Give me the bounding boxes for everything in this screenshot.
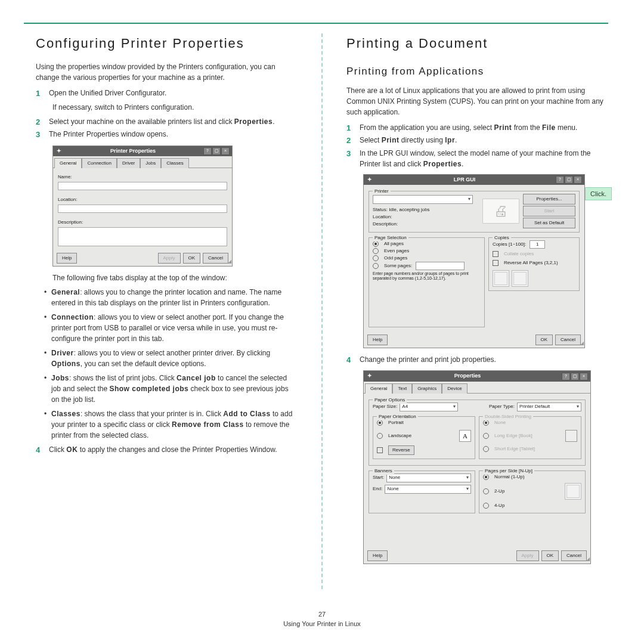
help-button[interactable]: Help bbox=[367, 550, 388, 561]
help-button[interactable]: Help bbox=[57, 253, 77, 264]
t: Driver bbox=[51, 349, 74, 357]
description-label: Description: bbox=[58, 219, 227, 226]
dialog-body: Name: Location: Description: bbox=[53, 168, 232, 250]
maximize-icon[interactable]: ▢ bbox=[571, 373, 579, 380]
tabs-intro: The following five tabs display at the t… bbox=[52, 273, 298, 283]
bullet-general: •General: allows you to change the print… bbox=[44, 287, 298, 308]
t: Collate copies bbox=[504, 250, 534, 258]
radio-all[interactable] bbox=[373, 241, 379, 247]
some-pages-input[interactable] bbox=[416, 262, 465, 270]
some-pages-hint: Enter page numbers and/or groups of page… bbox=[373, 271, 481, 281]
collate-checkbox[interactable] bbox=[493, 251, 499, 257]
radio-2up[interactable] bbox=[483, 488, 489, 494]
tab-device[interactable]: Device bbox=[442, 383, 467, 394]
orientation-preview-icon: A bbox=[459, 430, 471, 442]
column-divider bbox=[321, 33, 323, 589]
bullet-connection: •Connection: allows you to view or selec… bbox=[44, 312, 298, 344]
radio-even[interactable] bbox=[373, 248, 379, 254]
radio-dsp-none[interactable] bbox=[483, 420, 489, 426]
reverse-checkbox[interactable] bbox=[493, 260, 499, 266]
dialog-footer: Help Apply OK Cancel bbox=[53, 250, 232, 266]
close-icon[interactable]: × bbox=[574, 176, 582, 184]
radio-odd[interactable] bbox=[373, 255, 379, 261]
step-1: 1 Open the Unified Driver Configurator. bbox=[36, 88, 298, 100]
tab-classes[interactable]: Classes bbox=[161, 158, 188, 168]
close-icon[interactable]: × bbox=[221, 147, 230, 155]
tab-driver[interactable]: Driver bbox=[117, 158, 140, 168]
paper-size-label: Paper Size: bbox=[373, 403, 397, 410]
t: OK bbox=[66, 445, 78, 454]
t: : shows the list of print jobs. Click bbox=[69, 374, 177, 382]
printer-select[interactable]: ▾ bbox=[373, 195, 473, 204]
copies-group: Copies Copies [1~100]:1 Collate copies R… bbox=[488, 237, 580, 291]
rstep-1: 1 From the application you are using, se… bbox=[346, 122, 608, 134]
legend: Printer bbox=[373, 188, 391, 195]
cancel-button[interactable]: Cancel bbox=[203, 253, 228, 264]
radio-dsp-long[interactable] bbox=[483, 433, 489, 439]
ok-button[interactable]: OK bbox=[541, 550, 559, 561]
apply-button[interactable]: Apply bbox=[516, 550, 539, 561]
close-icon[interactable]: × bbox=[580, 373, 588, 380]
description-input[interactable] bbox=[58, 227, 227, 246]
dialog-body: Printer ▾ Status: Idle, accepting jobs L… bbox=[364, 185, 584, 332]
banner-end-select[interactable]: None▾ bbox=[385, 485, 471, 494]
help-button[interactable]: Help bbox=[367, 335, 388, 345]
radio-portrait[interactable] bbox=[377, 420, 383, 426]
printer-icon: 🖨 bbox=[482, 199, 519, 224]
legend: Copies bbox=[493, 234, 511, 242]
legend: Paper Orientation bbox=[377, 413, 418, 420]
copies-input[interactable]: 1 bbox=[530, 240, 545, 249]
t: Add to Class bbox=[223, 410, 270, 418]
tab-graphics[interactable]: Graphics bbox=[412, 383, 442, 394]
help-icon[interactable]: ? bbox=[556, 176, 564, 184]
cancel-button[interactable]: Cancel bbox=[555, 335, 581, 345]
rstep-4: 4 Change the printer and print job prope… bbox=[346, 354, 608, 366]
step-number: 4 bbox=[36, 444, 43, 456]
radio-4up[interactable] bbox=[483, 503, 489, 509]
t: from the bbox=[512, 123, 542, 132]
click-callout: Click. bbox=[585, 187, 612, 201]
maximize-icon[interactable]: ▢ bbox=[212, 147, 221, 155]
paper-size-select[interactable]: A4▾ bbox=[400, 402, 458, 411]
reverse-button[interactable]: Reverse bbox=[388, 445, 414, 455]
apply-button[interactable]: Apply bbox=[158, 253, 181, 264]
location-input[interactable] bbox=[58, 205, 227, 213]
t: Short Edge [Tablet] bbox=[494, 445, 535, 453]
banner-start-select[interactable]: None▾ bbox=[386, 473, 471, 482]
paper-type-select[interactable]: Printer Default▾ bbox=[517, 402, 581, 411]
printer-properties-dialog: ✦ Printer Properties ? ▢ × General Conne… bbox=[52, 145, 233, 267]
start-button[interactable]: Start bbox=[523, 206, 575, 216]
tab-general[interactable]: General bbox=[365, 383, 392, 394]
step-1-note: If necessary, switch to Printers configu… bbox=[52, 102, 298, 113]
resize-grip-icon[interactable]: ◢ bbox=[586, 556, 590, 563]
t: Reverse All Pages (3,2,1) bbox=[504, 259, 558, 267]
intro-para-right: There are a lot of Linux applications th… bbox=[346, 85, 608, 117]
reverse-checkbox[interactable] bbox=[377, 447, 383, 453]
tab-jobs[interactable]: Jobs bbox=[140, 158, 161, 168]
radio-some[interactable] bbox=[373, 263, 379, 269]
radio-1up[interactable] bbox=[483, 474, 489, 480]
ok-button[interactable]: OK bbox=[535, 335, 553, 345]
maximize-icon[interactable]: ▢ bbox=[565, 176, 573, 184]
name-input[interactable] bbox=[58, 182, 227, 190]
tab-connection[interactable]: Connection bbox=[82, 158, 116, 168]
help-icon[interactable]: ? bbox=[562, 373, 570, 380]
t: None bbox=[387, 485, 398, 493]
tabs: General Text Graphics Device bbox=[364, 382, 590, 394]
radio-dsp-short[interactable] bbox=[483, 446, 489, 452]
step-text: Open the Unified Driver Configurator. bbox=[49, 88, 298, 98]
resize-grip-icon[interactable]: ◢ bbox=[228, 258, 231, 265]
resize-grip-icon[interactable]: ◢ bbox=[580, 340, 584, 347]
step-text: From the application you are using, sele… bbox=[360, 122, 608, 133]
tab-general[interactable]: General bbox=[54, 158, 82, 168]
section-title: Using Your Printer in Linux bbox=[0, 620, 644, 627]
t: to apply the changes and close the Print… bbox=[78, 445, 277, 454]
t: : allows you to view or select another p… bbox=[74, 349, 270, 357]
tab-text[interactable]: Text bbox=[392, 383, 412, 394]
cancel-button[interactable]: Cancel bbox=[561, 550, 587, 561]
radio-landscape[interactable] bbox=[377, 433, 383, 439]
help-icon[interactable]: ? bbox=[203, 147, 212, 155]
ok-button[interactable]: OK bbox=[183, 253, 201, 264]
properties-button[interactable]: Properties... bbox=[523, 194, 575, 205]
set-default-button[interactable]: Set as Default bbox=[523, 218, 575, 228]
